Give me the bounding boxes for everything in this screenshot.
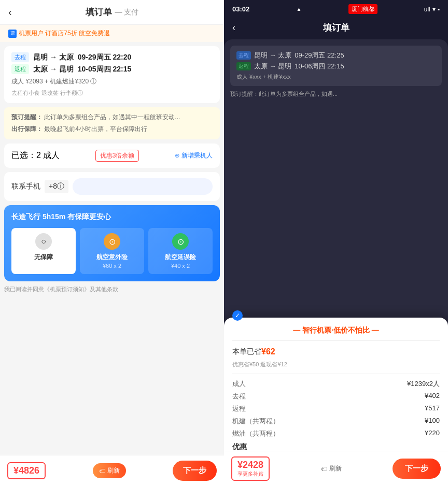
phone-prefix[interactable]: +8ⓘ	[45, 180, 68, 193]
insurance-accident-price: ¥60 x 2	[85, 263, 139, 269]
right-outbound-datetime: 09-29周五 22:25	[295, 51, 344, 60]
coupon-label: 刷新	[107, 466, 120, 475]
right-coupon-button[interactable]: 🏷 刷新	[274, 464, 388, 473]
passenger-header: 已选：2 成人 优惠3倍余额 ⊕ 新增乘机人	[11, 150, 213, 162]
phone-label: 联系手机	[11, 182, 40, 191]
fuel-value: ¥220	[425, 429, 440, 438]
return-tag: 返程	[11, 64, 29, 74]
right-return-row: 返程 太原 → 昆明 10-06周四 22:15	[236, 62, 436, 71]
adult-value: ¥1239x2人	[407, 379, 440, 389]
return-label: 返程	[232, 404, 246, 413]
brand-label: 厦门航都	[348, 4, 377, 14]
adult-label: 成人	[232, 379, 246, 389]
passenger-section: 已选：2 成人 优惠3倍余额 ⊕ 新增乘机人	[4, 144, 220, 168]
outbound-flight-row: 去程 昆明 → 太原 09-29周五 22:20	[11, 52, 213, 62]
coupon-icon: 🏷	[99, 467, 105, 475]
guarantee-row: 出行保障： 最晚起飞前4小时出票，平台保障出行	[11, 124, 213, 134]
flight-meta: 去程有小食 退改签 行李额ⓘ	[11, 89, 213, 97]
outbound-label: 去程	[232, 392, 246, 401]
right-notice: 预订提醒：此订单为多票组合产品，如遇...	[230, 90, 442, 98]
outbound-route: 昆明 → 太原	[33, 53, 74, 62]
insurance-option-delay[interactable]: ⊙ 航空延误险 ¥40 x 2	[148, 228, 213, 274]
left-subtitle: — 支付	[115, 8, 139, 17]
left-next-button[interactable]: 下一步	[173, 461, 217, 481]
insurance-option-accident[interactable]: ⊙ 航空意外险 ¥60 x 2	[80, 228, 144, 274]
status-icons: ull ▾ ▪	[424, 6, 440, 13]
guarantee-label: 出行保障：	[11, 125, 43, 133]
fuel-label: 燃油（共两程）	[232, 429, 279, 438]
left-total-price-text: ¥4826	[13, 465, 39, 476]
terms-text: 我已阅读并同意《机票预订须知》及其他条款	[4, 286, 118, 292]
left-title: 填订单	[86, 6, 112, 18]
insurance-none-name: 无保障	[17, 253, 71, 262]
savings-detail: 优惠省¥50 返现省¥12	[232, 361, 440, 368]
promo-text: 机票用户 订酒店75折 航空免费退	[19, 29, 110, 38]
left-bottom-bar: ¥4826 🏷 刷新 下一步	[0, 455, 224, 486]
price-info: 成人 ¥2093 + 机建燃油¥320 ⓘ	[11, 77, 213, 86]
breakdown-return: 返程 ¥517	[232, 404, 440, 413]
left-back-button[interactable]: ‹	[8, 6, 12, 18]
breakdown-adult: 成人 ¥1239x2人	[232, 379, 440, 389]
breakdown-airport: 机建（共两程） ¥100	[232, 417, 440, 426]
return-route: 太原 → 昆明	[33, 65, 74, 74]
promo-icon: 票	[8, 30, 17, 38]
right-title: 填订单	[323, 22, 349, 34]
phone-section: 联系手机 +8ⓘ	[4, 172, 220, 201]
right-content: 去程 昆明 → 太原 09-29周五 22:25 返程 太原 → 昆明 10-0…	[224, 39, 448, 484]
insurance-accident-name: 航空意外险	[85, 253, 139, 262]
airport-value: ¥100	[425, 417, 440, 426]
terms-row: 我已阅读并同意《机票预订须知》及其他条款	[4, 285, 220, 293]
insurance-option-none[interactable]: ○ 无保障	[11, 228, 76, 274]
insurance-accident-icon: ⊙	[104, 233, 120, 250]
notice-label: 预订提醒：	[11, 113, 43, 121]
return-value: ¥517	[425, 404, 440, 413]
right-coupon-icon: 🏷	[321, 465, 327, 473]
popup-brand: — 智行机票·低价不怕比 —	[232, 326, 440, 341]
promo-banner[interactable]: 票 机票用户 订酒店75折 航空免费退	[0, 25, 224, 42]
right-price-sub: 成人 ¥xxx + 机建¥xxx	[236, 73, 436, 81]
return-datetime: 10-05周四 22:15	[78, 65, 132, 74]
outbound-tag: 去程	[11, 52, 29, 62]
airport-label: 机建（共两程）	[232, 417, 279, 426]
left-coupon-button[interactable]: 🏷 刷新	[93, 463, 126, 478]
insurance-none-icon: ○	[35, 233, 52, 250]
brand-text: — 智行机票·低价不怕比 —	[293, 326, 379, 334]
wifi-icon: ▾	[432, 6, 436, 13]
return-flight-row: 返程 太原 → 昆明 10-05周四 22:15	[11, 64, 213, 74]
right-next-button[interactable]: 下一步	[393, 459, 441, 479]
price-breakdown: 成人 ¥1239x2人 去程 ¥402 返程 ¥517 机建（共两程） ¥100…	[232, 374, 440, 438]
notice-row: 预订提醒： 此订单为多票组合产品，如遇其中一程航班安动...	[11, 112, 213, 122]
popup-checkmark: ✓	[232, 310, 245, 321]
savings-row: 本单已省 ¥62	[232, 347, 440, 356]
right-header: ‹ 填订单	[224, 18, 448, 37]
right-back-button[interactable]: ‹	[232, 22, 235, 33]
right-coupon-label: 刷新	[329, 464, 342, 473]
right-return-route: 太原 → 昆明	[254, 62, 291, 71]
battery-icon: ▪	[438, 6, 440, 13]
outbound-value: ¥402	[425, 392, 440, 401]
right-return-tag: 返程	[236, 62, 251, 70]
notice-text: 此订单为多票组合产品，如遇其中一程航班安动...	[44, 113, 180, 121]
promo-badge[interactable]: 优惠3倍余额	[95, 150, 139, 162]
breakdown-outbound: 去程 ¥402	[232, 392, 440, 401]
right-total-price: ¥2428 享更多补贴	[231, 456, 270, 481]
phone-row: 联系手机 +8ⓘ	[11, 178, 213, 195]
checkmark-icon: ✓	[232, 310, 243, 321]
charging-icon: ▲	[296, 6, 301, 12]
add-passenger-button[interactable]: ⊕ 新增乘机人	[175, 151, 213, 160]
right-panel: 03:02 ▲ 厦门航都 ull ▾ ▪ ‹ 填订单 去程 昆明 → 太原 09…	[224, 0, 448, 486]
right-outbound-tag: 去程	[236, 51, 251, 60]
guarantee-text: 最晚起飞前4小时出票，平台保障出行	[44, 125, 147, 133]
left-total-price: ¥4826	[7, 462, 46, 479]
savings-label: 本单已省	[232, 347, 261, 356]
insurance-section: 长途飞行 5h15m 有保障更安心 ○ 无保障 ⊙ 航空意外险 ¥60 x 2 …	[4, 205, 220, 281]
phone-input[interactable]	[73, 178, 213, 195]
status-time: 03:02	[232, 5, 249, 13]
right-flight-card: 去程 昆明 → 太原 09-29周五 22:25 返程 太原 → 昆明 10-0…	[230, 46, 442, 86]
left-panel: ‹ 填订单 — 支付 票 机票用户 订酒店75折 航空免费退 去程 昆明 → 太…	[0, 0, 224, 486]
right-outbound-row: 去程 昆明 → 太原 09-29周五 22:25	[236, 51, 436, 60]
outbound-datetime: 09-29周五 22:20	[78, 53, 132, 62]
right-total-price-text: ¥2428	[237, 460, 263, 470]
right-bottom-bar: ¥2428 享更多补贴 🏷 刷新 下一步	[224, 451, 448, 484]
flight-notice: 预订提醒： 此订单为多票组合产品，如遇其中一程航班安动... 出行保障： 最晚起…	[4, 107, 220, 139]
